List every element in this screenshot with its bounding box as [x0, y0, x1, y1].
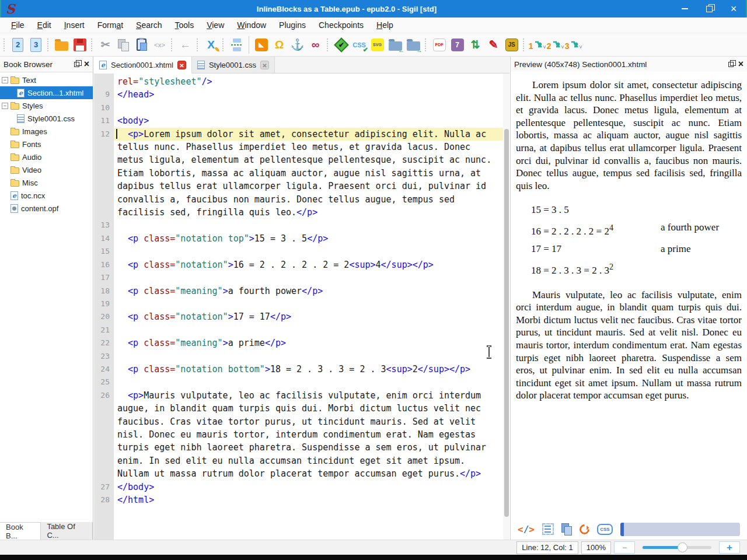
- import-folder-button[interactable]: ←: [386, 36, 404, 54]
- tree-item-content-opf[interactable]: content.opf: [0, 202, 93, 215]
- collapse-icon[interactable]: −: [2, 77, 8, 83]
- new-epub2-button[interactable]: 2: [9, 36, 27, 54]
- code-text[interactable]: [114, 271, 509, 284]
- tree-item-text[interactable]: −Text: [0, 74, 93, 86]
- close-button[interactable]: ×: [721, 0, 746, 18]
- code-text[interactable]: [114, 350, 509, 363]
- insert-image-button[interactable]: ◣: [252, 36, 270, 54]
- code-tags-button[interactable]: <x>: [151, 36, 169, 54]
- tree-item-section-1-xhtml[interactable]: Section...1.xhtml: [0, 86, 93, 99]
- code-text[interactable]: <body>: [114, 114, 509, 127]
- code-text[interactable]: [114, 102, 509, 114]
- quick-launch-plugin-2-button[interactable]: 2v: [546, 36, 564, 54]
- code-text[interactable]: [114, 219, 509, 232]
- close-tab-icon[interactable]: ✕: [177, 61, 186, 69]
- editor-scrollbar[interactable]: [503, 74, 509, 540]
- code-text[interactable]: </body>: [114, 481, 509, 494]
- quick-launch-plugin-1-button[interactable]: 1v: [528, 36, 546, 54]
- undock-panel-icon[interactable]: [74, 62, 79, 67]
- code-text[interactable]: <p>Mauris vulputate, leo ac facilisis vu…: [114, 389, 509, 481]
- refresh-css-icon[interactable]: CSS: [597, 524, 613, 535]
- tree-item-styles[interactable]: −Styles: [0, 99, 93, 112]
- menu-insert[interactable]: Insert: [58, 18, 91, 32]
- zoom-out-button[interactable]: −: [614, 541, 635, 554]
- code-text[interactable]: </html>: [114, 494, 509, 506]
- pdf-plugin-button[interactable]: PDF: [430, 36, 448, 54]
- quick-launch-plugin-3-button[interactable]: 3v: [564, 36, 582, 54]
- copy-icon[interactable]: [561, 523, 572, 535]
- zoom-slider-handle[interactable]: [678, 542, 687, 552]
- code-text[interactable]: <p>Lorem ipsum dolor sit amet, consectet…: [114, 128, 509, 219]
- zoom-slider[interactable]: [643, 546, 711, 549]
- menu-format[interactable]: Format: [91, 18, 130, 32]
- dock-tab-table-of-c[interactable]: Table Of C...: [41, 522, 93, 540]
- menu-checkpoints[interactable]: Checkpoints: [312, 18, 370, 32]
- editor-scrollbar-thumb[interactable]: [504, 129, 509, 517]
- code-text[interactable]: [114, 376, 509, 388]
- copy-button[interactable]: [114, 36, 132, 54]
- save-button[interactable]: [71, 36, 89, 54]
- refresh-icon[interactable]: [577, 522, 591, 536]
- tree-item-style0001-css[interactable]: Style0001.css: [0, 112, 93, 125]
- tree-item-misc[interactable]: Misc: [0, 176, 93, 189]
- code-text[interactable]: <p class="notation">16 = 2 . 2 . 2 . 2 =…: [114, 258, 509, 271]
- paste-button[interactable]: [132, 36, 151, 54]
- dock-tab-book-b[interactable]: Book B...: [0, 522, 41, 540]
- js-plugin-button[interactable]: JS: [502, 36, 521, 54]
- open-file-button[interactable]: [53, 36, 71, 54]
- close-panel-icon[interactable]: ×: [84, 60, 89, 68]
- menu-view[interactable]: View: [200, 18, 231, 32]
- code-view-icon[interactable]: </>: [518, 524, 535, 535]
- cut-button[interactable]: ✂: [96, 36, 114, 54]
- line-number: 27: [94, 481, 114, 494]
- tab-section0001-xhtml[interactable]: Section0001.xhtml✕: [94, 57, 192, 74]
- code-text[interactable]: rel="stylesheet"/>: [114, 75, 509, 88]
- code-text[interactable]: <p class="meaning">a fourth power</p>: [114, 285, 509, 298]
- insert-anchor-button[interactable]: ⚓: [288, 36, 306, 54]
- minimize-button[interactable]: [672, 0, 697, 18]
- zoom-in-button[interactable]: +: [719, 541, 740, 554]
- code-text[interactable]: <p class="notation">17 = 17</p>: [114, 310, 509, 323]
- code-text[interactable]: [114, 245, 509, 258]
- menu-edit[interactable]: Edit: [31, 18, 58, 32]
- select-all-icon[interactable]: [542, 523, 554, 535]
- find-replace-button[interactable]: X✎: [202, 36, 220, 54]
- undo-button[interactable]: ←: [176, 36, 194, 54]
- code-text[interactable]: [114, 298, 509, 310]
- close-tab-icon[interactable]: ✕: [260, 61, 269, 69]
- svg-check-button[interactable]: SVG: [368, 36, 386, 54]
- menu-plugins[interactable]: Plugins: [273, 18, 312, 32]
- code-area[interactable]: rel="stylesheet"/>9</head>1011<body>12 <…: [94, 74, 509, 540]
- collapse-icon[interactable]: −: [2, 103, 8, 109]
- undock-preview-icon[interactable]: [728, 62, 734, 67]
- validate-epub-button[interactable]: ✔: [332, 36, 350, 54]
- code-text[interactable]: [114, 324, 509, 337]
- swap-arrows-button[interactable]: ⇅: [466, 36, 484, 54]
- menu-file[interactable]: File: [5, 18, 31, 32]
- menu-search[interactable]: Search: [130, 18, 168, 32]
- tree-item-images[interactable]: Images: [0, 125, 93, 138]
- validate-css-button[interactable]: CSS✔: [350, 36, 368, 54]
- special-characters-button[interactable]: Ω: [270, 36, 288, 54]
- tree-item-video[interactable]: Video: [0, 163, 93, 176]
- maximize-button[interactable]: [697, 0, 721, 18]
- red-pencil-button[interactable]: ✎: [484, 36, 502, 54]
- pdf-plugin-icon: PDF: [433, 38, 446, 51]
- menu-tools[interactable]: Tools: [168, 18, 200, 32]
- code-text[interactable]: <p class="meaning">a prime</p>: [114, 337, 509, 349]
- tree-item-audio[interactable]: Audio: [0, 150, 93, 163]
- code-text[interactable]: <p class="notation bottom">18 = 2 . 3 . …: [114, 363, 509, 376]
- code-text[interactable]: </head>: [114, 88, 509, 101]
- code-text[interactable]: <p class="notation top">15 = 3 . 5</p>: [114, 232, 509, 245]
- plugin-7zip-button[interactable]: 7: [448, 36, 466, 54]
- split-at-cursor-button[interactable]: [228, 36, 246, 54]
- menu-help[interactable]: Help: [370, 18, 400, 32]
- tree-item-fonts[interactable]: Fonts: [0, 138, 93, 150]
- export-folder-button[interactable]: →: [404, 36, 423, 54]
- menu-window[interactable]: Window: [231, 18, 273, 32]
- new-epub3-button[interactable]: 3: [27, 36, 45, 54]
- tab-style0001-css[interactable]: Style0001.css✕: [192, 57, 275, 73]
- close-preview-icon[interactable]: ×: [738, 60, 743, 68]
- tree-item-toc-ncx[interactable]: toc.ncx: [0, 189, 93, 202]
- insert-link-button[interactable]: ∞: [306, 36, 324, 54]
